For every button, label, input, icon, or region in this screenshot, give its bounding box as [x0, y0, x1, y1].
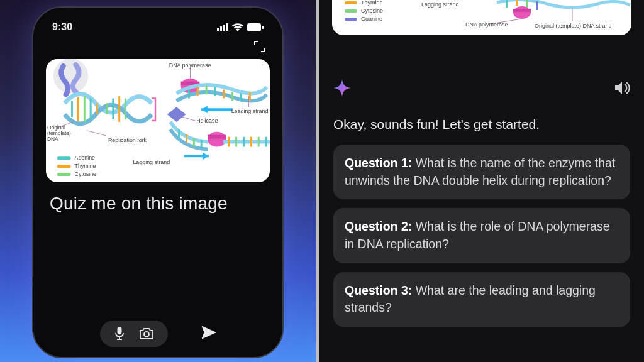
svg-rect-67 [345, 9, 357, 13]
svg-text:Lagging strand: Lagging strand [421, 1, 459, 8]
question-card-2[interactable]: Question 2: What is the role of DNA poly… [333, 208, 630, 263]
svg-text:DNA polymerase: DNA polymerase [465, 21, 508, 28]
phone-frame: 9:30 [32, 6, 284, 358]
svg-rect-5 [262, 26, 264, 29]
context-image-thumbnail[interactable]: Lagging strand DNA polymerase Original (… [332, 0, 631, 35]
svg-rect-27 [208, 135, 226, 139]
svg-text:Thymine: Thymine [361, 0, 383, 6]
status-bar: 9:30 [46, 19, 270, 39]
speaker-icon[interactable] [615, 81, 630, 97]
svg-rect-1 [220, 26, 222, 31]
label-lagging-strand: Lagging strand [133, 159, 170, 165]
assistant-intro: Okay, sounds fun! Let's get started. [333, 117, 630, 132]
svg-point-26 [208, 132, 226, 147]
svg-text:Original(template)DNA: Original(template)DNA [47, 124, 71, 142]
question-label: Question 1: [345, 156, 412, 170]
sparkle-icon [333, 79, 351, 99]
input-bar [46, 314, 270, 349]
svg-point-53 [144, 332, 149, 337]
user-prompt: Quiz me on this image [46, 182, 270, 214]
send-button[interactable] [202, 326, 216, 341]
svg-point-58 [513, 6, 531, 19]
svg-text:Guanine: Guanine [361, 16, 382, 22]
svg-rect-69 [345, 18, 357, 21]
svg-line-41 [87, 131, 106, 136]
question-card-1[interactable]: Question 1: What is the name of the enzy… [333, 145, 630, 199]
svg-rect-4 [247, 23, 261, 31]
signal-icon [217, 23, 228, 31]
svg-rect-2 [223, 25, 225, 31]
svg-text:Thymine: Thymine [74, 163, 96, 169]
label-helicase: Helicase [196, 118, 218, 124]
clock: 9:30 [52, 21, 72, 33]
svg-rect-65 [345, 1, 357, 4]
question-label: Question 2: [345, 219, 412, 233]
svg-text:Cytosine: Cytosine [361, 8, 383, 14]
label-leading-strand: Leading strand [231, 108, 269, 114]
wifi-icon [232, 23, 243, 31]
left-panel: 9:30 [0, 0, 316, 362]
battery-icon [247, 23, 264, 31]
svg-text:Cytosine: Cytosine [74, 171, 96, 177]
mic-icon[interactable] [114, 327, 125, 341]
label-replication-fork: Replication fork [108, 137, 147, 143]
svg-rect-48 [57, 173, 71, 176]
svg-rect-3 [226, 23, 228, 31]
status-indicators [217, 23, 264, 31]
crop-icon[interactable] [253, 40, 266, 53]
input-pill [100, 321, 168, 347]
camera-icon[interactable] [139, 327, 154, 340]
svg-text:Adenine: Adenine [74, 155, 95, 161]
svg-rect-0 [217, 28, 219, 31]
label-dna-polymerase: DNA polymerase [169, 62, 211, 69]
question-label: Question 3: [345, 283, 412, 297]
svg-rect-46 [57, 165, 71, 168]
question-card-3[interactable]: Question 3: What are the leading and lag… [333, 272, 630, 327]
svg-rect-59 [513, 9, 531, 12]
svg-rect-50 [118, 327, 121, 334]
uploaded-image[interactable]: DNA polymerase Leading strand Helicase R… [46, 59, 270, 182]
crop-row [46, 39, 270, 59]
right-panel: Lagging strand DNA polymerase Original (… [319, 0, 644, 362]
svg-rect-44 [57, 156, 71, 160]
svg-text:Original (template) DNA strand: Original (template) DNA strand [535, 23, 612, 29]
